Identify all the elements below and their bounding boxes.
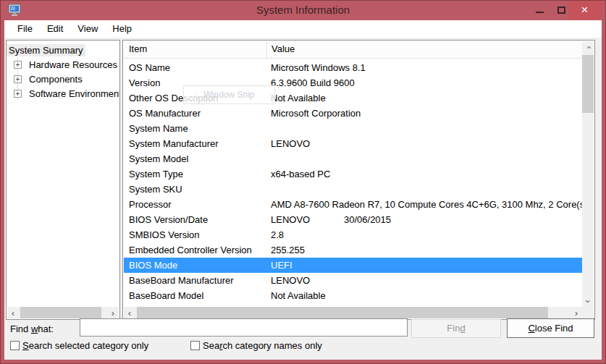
search-category-names-label[interactable]: Search category names only (203, 340, 322, 351)
scroll-up-icon[interactable]: › (582, 41, 594, 53)
snip-ghost-label: Window Snip (203, 90, 254, 100)
table-row[interactable]: BaseBoard ModelNot Available (124, 288, 582, 303)
expand-icon[interactable]: + (14, 90, 22, 98)
value-cell: Not Available (266, 288, 582, 303)
scroll-right-icon[interactable]: › (107, 307, 119, 318)
close-find-button[interactable]: Close Find (507, 318, 594, 338)
maximize-icon (557, 7, 565, 14)
value-cell: Not Available (266, 90, 582, 106)
value-cell: LENOVO (266, 273, 582, 288)
close-button[interactable]: × (568, 1, 601, 20)
list-header: Item Value (124, 41, 582, 59)
minimize-icon (536, 12, 544, 13)
list-horizontal-scrollbar[interactable]: ‹ › (124, 307, 582, 318)
tree-item-label: Components (27, 73, 85, 85)
find-button[interactable]: Find (411, 319, 501, 338)
table-row[interactable]: SMBIOS Version2.8 (124, 227, 582, 242)
item-cell: Embedded Controller Version (124, 242, 266, 258)
item-cell: System Type (124, 166, 266, 182)
value-cell (266, 182, 582, 197)
item-cell: System SKU (124, 182, 266, 197)
close-icon: × (581, 3, 589, 17)
scroll-down-icon[interactable]: › (582, 295, 594, 307)
table-row[interactable]: OS ManufacturerMicrosoft Corporation (124, 106, 582, 121)
value-cell: LENOVO30/06/2015 (266, 212, 582, 227)
system-information-window: System Information × FileEditViewHelp Sy… (0, 0, 606, 364)
title-bar[interactable]: System Information × (0, 0, 606, 20)
window-title: System Information (0, 0, 606, 20)
item-cell: BaseBoard Manufacturer (124, 273, 266, 288)
table-row[interactable]: System ManufacturerLENOVO (124, 136, 582, 151)
tree-hscroll-thumb[interactable] (20, 307, 101, 318)
list-vertical-scrollbar[interactable]: › › (582, 41, 594, 307)
value-cell: 255.255 (266, 242, 582, 258)
table-row[interactable]: System Typex64-based PC (124, 166, 582, 182)
search-selected-category-checkbox[interactable] (10, 341, 20, 350)
menu-help[interactable]: Help (105, 20, 139, 38)
tree-item-label: Hardware Resources (27, 59, 119, 71)
value-cell (266, 121, 582, 136)
table-row[interactable]: System Name (124, 121, 582, 136)
item-cell: SMBIOS Version (124, 227, 266, 242)
scroll-left-icon[interactable]: ‹ (7, 307, 19, 318)
item-cell: Processor (124, 197, 266, 212)
tree-item-label: Software Environment (27, 88, 120, 100)
item-cell: OS Manufacturer (124, 106, 266, 121)
item-cell: System Model (124, 151, 266, 166)
item-cell: BIOS Version/Date (124, 212, 266, 227)
value-cell: AMD A8-7600 Radeon R7, 10 Compute Cores … (266, 197, 582, 212)
expand-icon[interactable]: + (14, 61, 22, 69)
detail-list-pane: Item Value OS NameMicrosoft Windows 8.1V… (122, 40, 595, 320)
column-header-value[interactable]: Value (266, 41, 582, 58)
find-what-label: Find what: (10, 323, 54, 334)
table-row[interactable]: Embedded Controller Version255.255 (124, 242, 582, 258)
tree-horizontal-scrollbar[interactable]: ‹ › (7, 307, 119, 318)
menu-edit[interactable]: Edit (40, 20, 70, 38)
menu-file[interactable]: File (10, 20, 40, 38)
value-cell: LENOVO (266, 136, 582, 151)
list-hscroll-thumb[interactable] (137, 307, 548, 318)
column-header-item[interactable]: Item (124, 41, 266, 58)
value-cell: x64-based PC (266, 166, 582, 182)
scroll-right-icon[interactable]: › (571, 307, 582, 318)
search-selected-category-option: Search selected category only (10, 340, 148, 351)
value-cell: 2.8 (266, 227, 582, 242)
tree-item-components[interactable]: +Components (7, 72, 107, 87)
table-row[interactable]: BIOS ModeUEFI (124, 258, 582, 273)
tree-item-hardware-resources[interactable]: +Hardware Resources (7, 58, 107, 72)
item-cell: OS Name (124, 60, 266, 75)
table-row[interactable]: System Model (124, 151, 582, 166)
value-cell: Microsoft Windows 8.1 (266, 60, 582, 75)
tree-item-software-environment[interactable]: +Software Environment (7, 87, 107, 101)
value-cell: UEFI (266, 258, 582, 273)
table-row[interactable]: ProcessorAMD A8-7600 Radeon R7, 10 Compu… (124, 197, 582, 212)
search-category-names-checkbox[interactable] (190, 341, 200, 350)
tree-item-label: System Summary (7, 44, 85, 56)
item-cell: System Name (124, 121, 266, 136)
expand-icon[interactable]: + (14, 75, 22, 83)
item-cell: BaseBoard Model (124, 288, 266, 303)
search-selected-category-label[interactable]: Search selected category only (22, 340, 148, 351)
item-cell: BIOS Mode (124, 258, 266, 273)
table-row[interactable]: System SKU (124, 182, 582, 197)
find-input[interactable] (80, 318, 408, 337)
item-cell: System Manufacturer (124, 136, 266, 151)
scrollbar-corner (582, 307, 594, 318)
table-row[interactable]: BaseBoard ManufacturerLENOVO (124, 273, 582, 288)
category-tree-pane: System Summary+Hardware Resources+Compon… (6, 40, 120, 320)
tree-items: System Summary+Hardware Resources+Compon… (7, 43, 107, 101)
minimize-button[interactable] (530, 0, 549, 20)
list-vscroll-thumb[interactable] (582, 55, 594, 113)
tree-item-system-summary[interactable]: System Summary (7, 43, 107, 58)
table-row[interactable]: BIOS Version/DateLENOVO30/06/2015 (124, 212, 582, 227)
menu-view[interactable]: View (70, 20, 105, 38)
search-category-names-option: Search category names only (190, 340, 322, 351)
menu-bar: FileEditViewHelp (4, 20, 602, 38)
value-cell: 6.3.9600 Build 9600 (266, 75, 582, 90)
table-row[interactable]: OS NameMicrosoft Windows 8.1 (124, 60, 582, 75)
snip-ghost-overlay: Window Snip (183, 85, 275, 104)
value-cell: Microsoft Corporation (266, 106, 582, 121)
scroll-left-icon[interactable]: ‹ (124, 307, 135, 318)
value-cell (266, 151, 582, 166)
